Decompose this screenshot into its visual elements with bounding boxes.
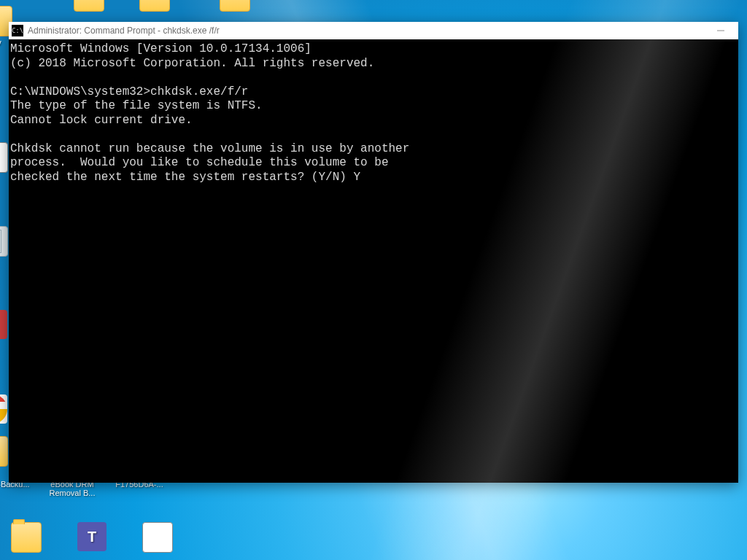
minimize-button[interactable] [705, 22, 737, 39]
terminal-line: C:\WINDOWS\system32>chkdsk.exe/f/r [10, 85, 738, 100]
terminal-line: Chkdsk cannot run because the volume is … [10, 142, 738, 157]
terminal-line [10, 71, 738, 85]
window-titlebar[interactable]: C:\ Administrator: Command Prompt - chkd… [9, 22, 738, 39]
terminal-line: checked the next time the system restart… [10, 171, 738, 185]
terminal-line: Cannot lock current drive. [10, 114, 738, 128]
folder-icon [74, 0, 104, 12]
desktop-icon[interactable]: T [70, 522, 114, 553]
terminal-line: The type of the file system is NTFS. [10, 99, 738, 114]
folder-icon [139, 0, 170, 12]
terminal-line [10, 128, 738, 142]
desktop-icon[interactable] [4, 522, 48, 554]
folder-icon [220, 0, 250, 12]
command-prompt-window: C:\ Administrator: Command Prompt - chkd… [9, 22, 738, 483]
desktop-icon-fragment[interactable] [213, 0, 257, 13]
folder-icon [11, 522, 42, 553]
desktop-icon[interactable] [136, 522, 179, 554]
file-icon [142, 522, 173, 553]
folder-icon [0, 436, 8, 467]
cmd-app-icon: C:\ [12, 25, 23, 36]
pdf-icon: A [0, 310, 7, 339]
minimize-icon [717, 27, 724, 34]
chrome-icon [0, 394, 7, 424]
window-title: Administrator: Command Prompt - chkdsk.e… [28, 26, 220, 36]
recycle-bin-icon [0, 226, 8, 257]
file-icon [0, 142, 8, 173]
desktop-background: av A Cl et o h w-Backu... eBook DRM Remo… [0, 0, 747, 560]
terminal-line: Microsoft Windows [Version 10.0.17134.10… [10, 42, 738, 57]
desktop-icon-fragment[interactable] [133, 0, 177, 13]
icon-label: av [0, 38, 1, 47]
teams-icon: T [77, 522, 107, 551]
terminal-line: process. Would you like to schedule this… [10, 156, 738, 171]
desktop-icon-fragment[interactable] [67, 0, 111, 13]
terminal-line: (c) 2018 Microsoft Corporation. All righ… [10, 57, 738, 71]
terminal-output[interactable]: Microsoft Windows [Version 10.0.17134.10… [9, 39, 738, 483]
